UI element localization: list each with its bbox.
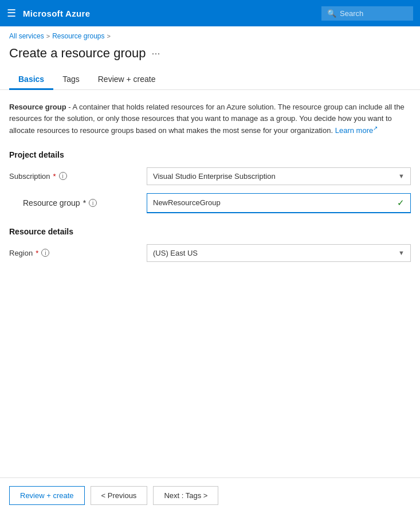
review-create-button[interactable]: Review + create (9, 486, 85, 505)
search-input[interactable] (340, 9, 403, 18)
external-link-icon: ↗ (373, 125, 378, 131)
page-title-area: Create a resource group ··· (0, 44, 420, 70)
subscription-caret-icon: ▼ (398, 173, 405, 179)
subscription-info-icon[interactable]: i (59, 172, 67, 180)
project-details-header: Project details (9, 150, 411, 159)
info-bold: Resource group (9, 103, 66, 111)
resource-details-section: Resource details Region * i (US) East US… (9, 227, 411, 262)
learn-more-link[interactable]: Learn more↗ (335, 126, 378, 135)
page-title-menu[interactable]: ··· (151, 48, 160, 60)
tab-basics[interactable]: Basics (9, 70, 53, 90)
breadcrumb-resource-groups[interactable]: Resource groups (52, 32, 104, 40)
info-paragraph: Resource group - A container that holds … (9, 101, 411, 136)
tab-review-create[interactable]: Review + create (89, 70, 165, 90)
app-title: Microsoft Azure (23, 9, 90, 18)
region-caret-icon: ▼ (398, 249, 405, 256)
resource-group-required: * (83, 198, 86, 207)
breadcrumb-all-services[interactable]: All services (9, 32, 44, 40)
tab-bar: Basics Tags Review + create (0, 70, 420, 90)
next-button[interactable]: Next : Tags > (153, 486, 218, 505)
tab-tags[interactable]: Tags (53, 70, 89, 90)
resource-details-header: Resource details (9, 227, 411, 236)
subscription-required: * (53, 172, 56, 181)
breadcrumb: All services > Resource groups > (0, 26, 420, 44)
search-icon: 🔍 (327, 9, 336, 18)
region-dropdown[interactable]: (US) East US ▼ (147, 244, 411, 262)
breadcrumb-sep-2: > (107, 33, 111, 40)
resource-group-info-icon[interactable]: i (89, 199, 97, 207)
main-content: Resource group - A container that holds … (0, 90, 420, 477)
breadcrumb-sep-1: > (46, 33, 50, 40)
subscription-row: Subscription * i Visual Studio Enterpris… (9, 167, 411, 185)
resource-group-check-icon: ✓ (397, 198, 405, 208)
region-required: * (36, 249, 38, 257)
subscription-control: Visual Studio Enterprise Subscription ▼ (147, 167, 411, 185)
region-control: (US) East US ▼ (147, 244, 411, 262)
previous-button[interactable]: < Previous (91, 486, 148, 505)
resource-group-control: NewResourceGroup ✓ (147, 193, 411, 213)
resource-group-label: Resource group * i (23, 198, 147, 207)
region-info-icon[interactable]: i (41, 249, 49, 257)
footer: Review + create < Previous Next : Tags > (0, 477, 420, 513)
subscription-label: Subscription * i (9, 172, 147, 181)
hamburger-menu-icon[interactable]: ☰ (7, 7, 16, 19)
topbar: ☰ Microsoft Azure 🔍 (0, 0, 420, 26)
region-label: Region * i (9, 249, 147, 257)
resource-group-input[interactable]: NewResourceGroup ✓ (147, 193, 411, 213)
search-box[interactable]: 🔍 (321, 6, 413, 21)
subscription-dropdown[interactable]: Visual Studio Enterprise Subscription ▼ (147, 167, 411, 185)
region-row: Region * i (US) East US ▼ (9, 244, 411, 262)
resource-group-row: Resource group * i NewResourceGroup ✓ (9, 193, 411, 213)
page-title: Create a resource group (9, 46, 146, 61)
project-details-section: Project details Subscription * i Visual … (9, 150, 411, 213)
